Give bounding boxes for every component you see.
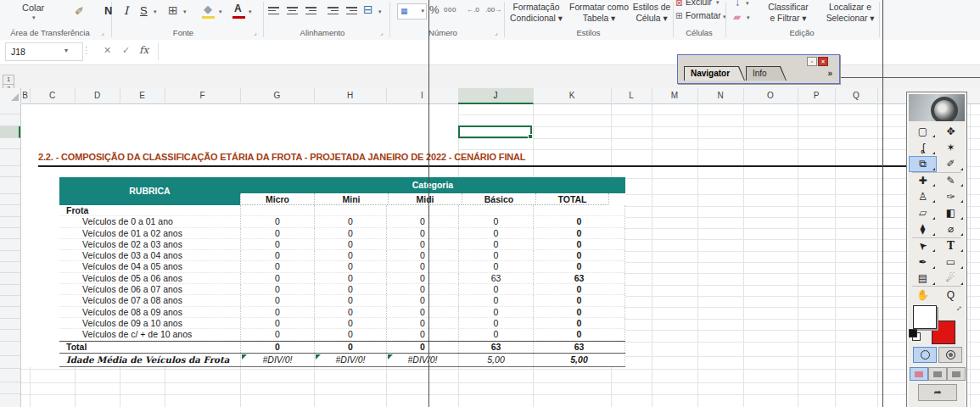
eraser-tool[interactable]: ▱ (909, 204, 937, 220)
fx-icon[interactable]: fx (139, 44, 148, 56)
gradient-tool[interactable]: ◧ (937, 204, 965, 220)
cell-total[interactable]: 0 (533, 329, 625, 339)
cell-total[interactable]: 0 (533, 284, 625, 294)
fullscreen-mode-button[interactable] (947, 367, 966, 381)
table-subheader-cell[interactable]: Básico (462, 193, 535, 205)
cell-basico[interactable]: 0 (458, 318, 533, 328)
row-header[interactable] (0, 330, 20, 342)
comma-style-button[interactable]: 000 (444, 6, 456, 14)
row-header[interactable] (0, 149, 20, 166)
row-header[interactable] (0, 285, 20, 296)
navigator-palette[interactable]: ▫ × Navigator Info » (677, 54, 840, 84)
cell-micro[interactable]: 0 (240, 261, 314, 271)
cell-midi[interactable]: 0 (386, 216, 458, 226)
column-header-p[interactable]: P (798, 88, 836, 103)
cell-micro[interactable]: 0 (240, 216, 314, 226)
cell-midi[interactable]: 0 (386, 295, 458, 305)
quick-mask-mode-button[interactable] (938, 347, 962, 363)
cell-micro[interactable] (240, 205, 314, 215)
alignment-dialog-launcher[interactable]: ⌟ (380, 29, 384, 36)
cell-basico[interactable]: 0 (458, 228, 533, 238)
clear-caret[interactable]: ▾ (747, 14, 750, 21)
cell-mini[interactable]: 0 (314, 250, 386, 260)
cell-midi[interactable]: 0 (386, 307, 458, 317)
table-subheader-cell[interactable]: Midi (388, 193, 462, 205)
fill-down-icon[interactable]: ↓ (735, 0, 740, 8)
cell-basico[interactable]: 0 (458, 295, 533, 305)
cell-total[interactable]: 0 (533, 295, 625, 305)
decrease-decimal-button[interactable]: .00→ (485, 6, 501, 14)
cell-mini[interactable]: 0 (314, 273, 386, 283)
cell-total[interactable]: 0 (533, 216, 625, 226)
table-subheader-cell[interactable]: TOTAL (535, 193, 609, 205)
cell-midi[interactable]: 0 (386, 250, 458, 260)
hand-tool[interactable]: ✋ (909, 287, 937, 303)
row-header[interactable] (0, 177, 20, 194)
formula-input[interactable] (159, 42, 973, 60)
table-row[interactable]: Veículos de 05 a 06 anos 0 0 0 63 63 (59, 273, 625, 284)
shape-tool[interactable]: ▭ (937, 254, 965, 270)
row-header[interactable] (0, 251, 20, 262)
sort-filter-button[interactable]: Classificar e Filtrar ▾ (757, 2, 820, 24)
font-color-icon[interactable]: A (234, 3, 242, 14)
cell-midi[interactable]: 0 (386, 261, 458, 271)
cell-micro[interactable]: 0 (240, 284, 314, 294)
blur-tool[interactable]: ⧫ (909, 221, 937, 237)
notes-tool[interactable]: ▤ (909, 270, 937, 287)
row-header[interactable] (0, 296, 20, 307)
table-row[interactable]: Veículos de 01 a 02 anos 0 0 0 0 0 (59, 228, 625, 239)
paste-button[interactable]: Colar (22, 3, 44, 13)
type-tool[interactable]: T (937, 237, 965, 254)
cell-basico[interactable]: 0 (458, 329, 533, 339)
cell-total[interactable]: 0 (533, 228, 625, 238)
pen-tool[interactable]: ✒ (909, 254, 937, 270)
row-header[interactable] (0, 194, 20, 206)
row-header[interactable] (0, 138, 20, 150)
column-header-g[interactable]: G (240, 88, 315, 103)
cell-midi[interactable]: 0 (386, 228, 458, 238)
brush-tool[interactable]: ✎ (937, 172, 965, 188)
cell-total[interactable]: 0 (533, 239, 625, 249)
row-header[interactable] (0, 205, 20, 216)
cell-mini[interactable]: 0 (314, 295, 386, 305)
cell-basico[interactable]: 0 (458, 250, 533, 260)
cell-basico[interactable]: 0 (458, 307, 533, 317)
decrease-indent-icon[interactable] (328, 7, 339, 14)
average-midi-error[interactable]: #DIV/0! (386, 354, 458, 367)
increase-indent-icon[interactable] (346, 7, 357, 14)
cell-midi[interactable]: 0 (386, 329, 458, 339)
row-header[interactable] (0, 307, 20, 318)
total-row[interactable]: Total 0 0 0 63 63 (59, 341, 625, 354)
name-box[interactable]: J18 (5, 42, 83, 61)
cell-basico[interactable]: 0 (458, 261, 533, 271)
jump-to-imageready-button[interactable]: ➦ (918, 384, 957, 401)
cell-basico[interactable] (458, 205, 533, 215)
total-micro[interactable]: 0 (240, 342, 314, 354)
enter-icon[interactable]: ✓ (122, 45, 130, 56)
cell-midi[interactable]: 0 (386, 273, 458, 283)
cell-basico[interactable]: 0 (458, 239, 533, 249)
cell-mini[interactable]: 0 (314, 239, 386, 249)
average-mini-error[interactable]: #DIV/0! (314, 354, 386, 367)
number-dialog-launcher[interactable]: ⌟ (495, 29, 498, 36)
row-header[interactable] (0, 262, 20, 273)
cell-mini[interactable]: 0 (314, 228, 386, 238)
bold-button[interactable]: N (104, 4, 112, 17)
delete-cells-button[interactable]: Excluir (686, 0, 712, 7)
cell-micro[interactable]: 0 (240, 228, 314, 238)
table-row[interactable]: Veículos de 02 a 03 anos 0 0 0 0 0 (59, 239, 625, 250)
increase-decimal-button[interactable]: ←.0 (467, 6, 479, 14)
align-right-icon[interactable] (305, 7, 316, 14)
borders-caret[interactable]: ▾ (183, 8, 187, 15)
clear-eraser-icon[interactable]: ▰ (733, 11, 741, 23)
history-brush-tool[interactable]: ✑ (937, 188, 965, 204)
row-header[interactable] (0, 114, 20, 125)
column-header-e[interactable]: E (120, 88, 165, 103)
cell-micro[interactable]: 0 (240, 295, 314, 305)
cancel-icon[interactable]: ✕ (104, 45, 111, 56)
rectangular-marquee-tool[interactable]: ▢ (909, 123, 937, 139)
table-row[interactable]: Veículos de c/ + de 10 anos 0 0 0 0 0 (59, 329, 625, 340)
column-header-o[interactable]: O (743, 88, 798, 103)
cell-total[interactable]: 0 (533, 250, 625, 260)
column-header-h[interactable]: H (314, 88, 387, 103)
